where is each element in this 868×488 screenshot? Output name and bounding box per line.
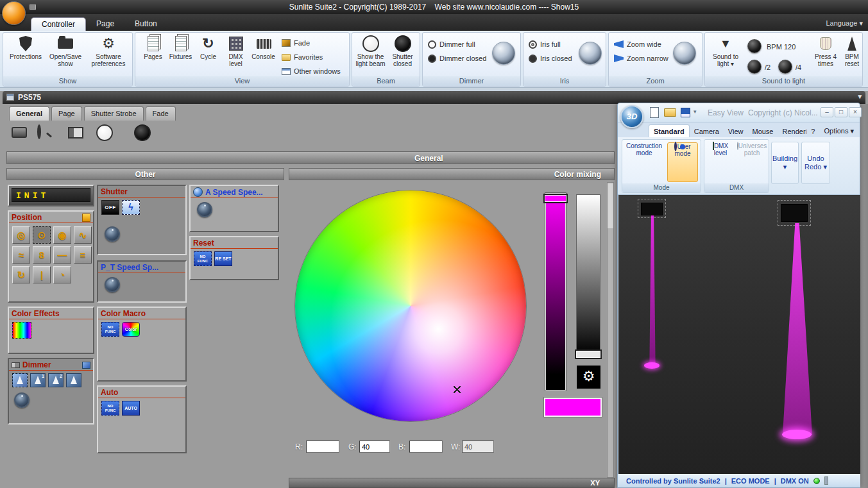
position-pattern-pan[interactable]: —	[53, 246, 71, 264]
maximize-button[interactable]: □	[835, 107, 847, 117]
ev-options-menu[interactable]: Options ▾	[819, 124, 858, 137]
collapse-arrow-icon[interactable]: ▾	[858, 92, 862, 101]
iris-knob[interactable]	[579, 42, 602, 65]
dimmer-closed-item[interactable]: Dimmer closed	[428, 53, 486, 63]
beam-closed-button[interactable]	[134, 124, 151, 141]
favorites-item[interactable]: Favorites	[282, 52, 323, 62]
dmx-level-button[interactable]: DMX level	[222, 35, 250, 77]
sound-to-light-button[interactable]: ▼ Sound to light ▾	[706, 35, 745, 77]
user-mode-button[interactable]: User mode	[667, 142, 698, 182]
zoom-wide-item[interactable]: Zoom wide	[614, 39, 661, 49]
new-file-icon[interactable]	[650, 107, 659, 118]
position-pattern-circle[interactable]: ◎	[12, 226, 30, 244]
color-effect-icon[interactable]	[12, 322, 31, 339]
shutter-off-icon[interactable]: OFF	[101, 200, 119, 215]
easy-view-titlebar[interactable]: ▾ Easy View Copyright (c) Nicol... – □ ×	[618, 103, 860, 122]
color-macro-icon[interactable]: Color	[122, 322, 140, 337]
init-button[interactable]: INIT	[8, 185, 94, 206]
fixtures-button[interactable]: Fixtures	[167, 35, 194, 77]
brightness-thumb[interactable]	[575, 349, 602, 359]
moving-head-fixture-left[interactable]	[641, 203, 663, 215]
position-pattern-center[interactable]: ⊙	[33, 226, 51, 244]
iris-closed-item[interactable]: Iris closed	[529, 53, 572, 63]
display-toggle-icon[interactable]	[12, 127, 27, 138]
ev-tab-view[interactable]: View	[724, 125, 748, 137]
zoom-narrow-item[interactable]: Zoom narrow	[614, 53, 668, 63]
zoom-knob[interactable]	[673, 42, 696, 65]
tab-controller[interactable]: Controller	[31, 17, 86, 31]
beam-open-button[interactable]	[96, 124, 113, 141]
3d-viewport[interactable]	[618, 195, 860, 475]
ev-dmx-level-button[interactable]: DMX level	[706, 142, 735, 182]
undo-redo-button[interactable]: Undo Redo ▾	[801, 142, 830, 184]
dimmer-preset-3[interactable]	[66, 373, 81, 387]
ev-tab-standard[interactable]: Standard	[649, 124, 690, 137]
w-input[interactable]	[462, 441, 494, 453]
position-pattern-swing[interactable]: ↻	[12, 266, 30, 283]
dimmer-box-knob[interactable]	[14, 392, 30, 408]
ev-tab-rendering[interactable]: Rendering	[778, 125, 807, 137]
tab-button[interactable]: Button	[124, 17, 167, 31]
split-view-icon[interactable]	[68, 127, 83, 139]
open-file-icon[interactable]	[664, 108, 676, 117]
ev-tab-camera[interactable]: Camera	[690, 125, 724, 137]
ev-help-button[interactable]: ?	[806, 125, 819, 137]
brightness-slider[interactable]	[576, 194, 600, 355]
chevron-down-icon[interactable]: ▾	[694, 108, 697, 115]
building-button[interactable]: Building ▾	[771, 142, 799, 184]
panel-scrollbar-thumb[interactable]	[608, 183, 613, 228]
shutter-closed-button[interactable]: Shutter closed	[387, 35, 418, 77]
g-input[interactable]	[359, 441, 390, 453]
shutter-strobe-icon[interactable]: ϟ	[122, 200, 140, 215]
close-button[interactable]: ×	[849, 107, 862, 117]
dimmer-preset-1[interactable]: 1	[30, 373, 46, 387]
shutter-knob[interactable]	[105, 226, 120, 242]
position-pattern-spiral[interactable]: ◉	[53, 226, 71, 244]
bpm-reset-button[interactable]: BPM reset	[841, 35, 863, 77]
dimmer-knob[interactable]	[492, 42, 515, 65]
position-pattern-tilt[interactable]: |	[33, 266, 51, 283]
dimmer-fader-icon[interactable]	[12, 362, 20, 368]
protections-button[interactable]: Protections	[7, 35, 44, 77]
color-wheel[interactable]	[295, 190, 526, 421]
position-pattern-arc[interactable]: ◔	[53, 266, 71, 283]
dimmer-full-item[interactable]: Dimmer full	[428, 39, 475, 49]
pt-speed-knob[interactable]	[105, 277, 120, 292]
no-func-icon[interactable]: NO FUNC	[101, 322, 119, 337]
position-options-icon[interactable]	[82, 214, 90, 222]
bpm-div4-knob[interactable]	[778, 60, 792, 74]
bpm-knob[interactable]	[747, 39, 762, 53]
software-preferences-button[interactable]: ⚙ Software preferences	[87, 35, 130, 77]
show-light-beam-button[interactable]: Show the light beam	[355, 35, 386, 77]
dimmer-preset-gradient[interactable]	[12, 373, 28, 387]
open-save-show-button[interactable]: Open/Save show	[46, 35, 85, 77]
minimize-button[interactable]: –	[821, 107, 833, 117]
reset-icon[interactable]: RE SET	[214, 251, 232, 266]
ps575-titlebar[interactable]: PS575 ▾	[3, 91, 865, 104]
no-func-icon[interactable]: NO FUNC	[194, 251, 212, 266]
color-settings-button[interactable]: ⚙	[577, 366, 600, 389]
iris-full-item[interactable]: Iris full	[529, 39, 561, 49]
bpm-div2-knob[interactable]	[747, 60, 762, 74]
search-icon[interactable]	[37, 124, 41, 139]
language-menu[interactable]: Language ▾	[826, 19, 863, 28]
position-pattern-zigzag[interactable]: ≈	[12, 246, 30, 264]
other-windows-item[interactable]: Other windows	[282, 66, 341, 76]
sunlite-logo-icon[interactable]	[2, 1, 26, 25]
color-wheel-marker[interactable]	[454, 386, 461, 393]
ev-tab-mouse[interactable]: Mouse	[747, 125, 778, 137]
quick-access-icon[interactable]	[30, 4, 36, 10]
r-input[interactable]	[306, 441, 339, 453]
console-button[interactable]: Console	[250, 35, 277, 77]
b-input[interactable]	[409, 441, 443, 453]
pages-button[interactable]: Pages	[139, 35, 167, 77]
press-4-times-button[interactable]: Press 4 times	[810, 35, 841, 77]
a-speed-knob[interactable]	[197, 202, 212, 217]
color-intensity-thumb[interactable]	[543, 194, 568, 203]
position-pattern-wave[interactable]: ∿	[74, 226, 92, 244]
position-pattern-lines[interactable]: ≡	[74, 246, 92, 264]
tab-page[interactable]: Page	[86, 17, 124, 31]
ps-tab-shutter-strobe[interactable]: Shutter Strobe	[84, 106, 144, 121]
ps-tab-page[interactable]: Page	[51, 106, 82, 121]
save-file-icon[interactable]	[681, 108, 690, 117]
